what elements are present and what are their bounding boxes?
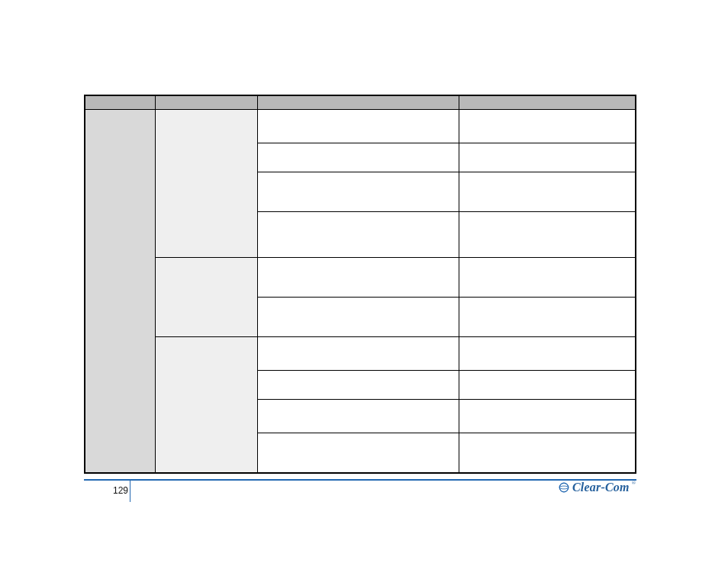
col-header-1 <box>156 96 258 110</box>
table-row <box>85 110 636 143</box>
col-header-3 <box>459 96 636 110</box>
cell-c2 <box>258 110 459 143</box>
page-number: 129 <box>113 485 128 496</box>
brand-logo: Clear-Com ® <box>559 481 636 494</box>
row-subgroup-label <box>156 258 258 337</box>
cell-c2 <box>258 143 459 172</box>
footer-rule <box>84 479 636 481</box>
table-row <box>85 258 636 298</box>
row-subgroup-label <box>156 337 258 473</box>
cell-c3 <box>459 337 636 371</box>
brand-trademark: ® <box>632 480 636 486</box>
specs-table-container <box>84 95 636 474</box>
cell-c2 <box>258 371 459 400</box>
cell-c2 <box>258 212 459 258</box>
cell-c2 <box>258 337 459 371</box>
cell-c3 <box>459 298 636 337</box>
svg-point-1 <box>559 486 569 489</box>
cell-c2 <box>258 433 459 473</box>
cell-c3 <box>459 212 636 258</box>
cell-c2 <box>258 258 459 298</box>
cell-c2 <box>258 298 459 337</box>
cell-c3 <box>459 110 636 143</box>
row-subgroup-label <box>156 110 258 258</box>
globe-icon <box>559 482 569 493</box>
cell-c2 <box>258 172 459 212</box>
col-header-2 <box>258 96 459 110</box>
cell-c3 <box>459 258 636 298</box>
table-header-row <box>85 96 636 110</box>
cell-c3 <box>459 143 636 172</box>
cell-c3 <box>459 371 636 400</box>
cell-c3 <box>459 172 636 212</box>
specs-table <box>85 95 636 473</box>
cell-c3 <box>459 433 636 473</box>
brand-name: Clear-Com <box>572 481 630 494</box>
cell-c3 <box>459 400 636 433</box>
page-number-divider <box>130 481 130 502</box>
table-row <box>85 337 636 371</box>
cell-c2 <box>258 400 459 433</box>
row-group-label <box>85 110 156 473</box>
col-header-0 <box>85 96 156 110</box>
